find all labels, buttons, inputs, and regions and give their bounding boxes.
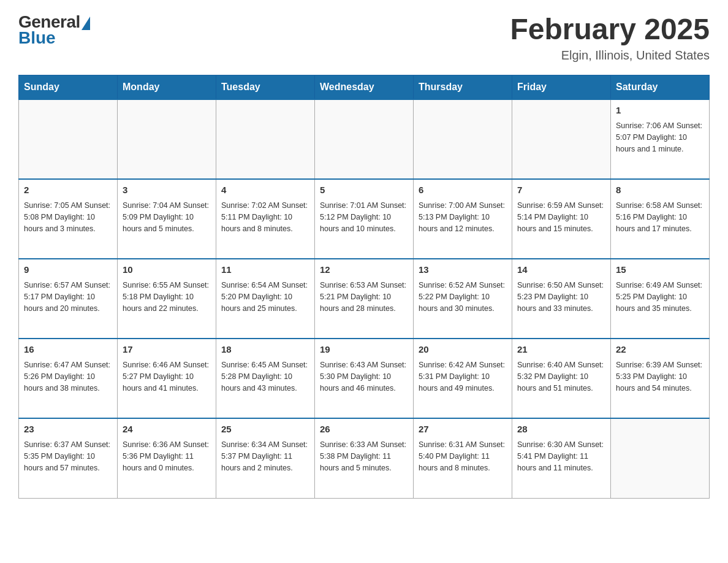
calendar-cell: 6Sunrise: 7:00 AM Sunset: 5:13 PM Daylig… (414, 179, 512, 259)
calendar-cell: 7Sunrise: 6:59 AM Sunset: 5:14 PM Daylig… (512, 179, 611, 259)
calendar-cell: 13Sunrise: 6:52 AM Sunset: 5:22 PM Dayli… (414, 259, 512, 339)
day-number: 14 (517, 263, 605, 277)
calendar-cell: 15Sunrise: 6:49 AM Sunset: 5:25 PM Dayli… (611, 259, 710, 339)
day-number: 10 (123, 263, 211, 277)
day-number: 13 (419, 263, 507, 277)
day-info: Sunrise: 6:34 AM Sunset: 5:37 PM Dayligh… (221, 439, 309, 475)
calendar-cell: 10Sunrise: 6:55 AM Sunset: 5:18 PM Dayli… (118, 259, 216, 339)
day-info: Sunrise: 6:45 AM Sunset: 5:28 PM Dayligh… (221, 359, 309, 395)
calendar-table: SundayMondayTuesdayWednesdayThursdayFrid… (18, 75, 710, 499)
day-header-tuesday: Tuesday (216, 75, 315, 100)
month-title: February 2025 (510, 12, 710, 46)
calendar-cell (118, 99, 216, 179)
day-info: Sunrise: 6:40 AM Sunset: 5:32 PM Dayligh… (517, 359, 605, 395)
calendar-cell: 16Sunrise: 6:47 AM Sunset: 5:26 PM Dayli… (19, 339, 118, 418)
day-number: 9 (24, 263, 112, 277)
day-header-monday: Monday (118, 75, 216, 100)
day-info: Sunrise: 6:50 AM Sunset: 5:23 PM Dayligh… (517, 280, 605, 315)
day-number: 1 (616, 104, 704, 118)
day-number: 21 (517, 343, 605, 357)
day-number: 20 (419, 343, 507, 357)
calendar-cell: 14Sunrise: 6:50 AM Sunset: 5:23 PM Dayli… (512, 259, 611, 339)
day-info: Sunrise: 7:04 AM Sunset: 5:09 PM Dayligh… (123, 200, 211, 236)
calendar-cell: 12Sunrise: 6:53 AM Sunset: 5:21 PM Dayli… (315, 259, 414, 339)
calendar-cell: 4Sunrise: 7:02 AM Sunset: 5:11 PM Daylig… (216, 179, 315, 259)
calendar-cell: 24Sunrise: 6:36 AM Sunset: 5:36 PM Dayli… (118, 418, 216, 498)
calendar-cell: 20Sunrise: 6:42 AM Sunset: 5:31 PM Dayli… (414, 339, 512, 418)
week-row-3: 9Sunrise: 6:57 AM Sunset: 5:17 PM Daylig… (19, 259, 710, 339)
day-header-friday: Friday (512, 75, 611, 100)
day-info: Sunrise: 6:55 AM Sunset: 5:18 PM Dayligh… (123, 280, 211, 315)
day-info: Sunrise: 7:01 AM Sunset: 5:12 PM Dayligh… (320, 200, 408, 236)
day-number: 7 (517, 183, 605, 197)
day-info: Sunrise: 6:59 AM Sunset: 5:14 PM Dayligh… (517, 200, 605, 236)
day-header-sunday: Sunday (19, 75, 118, 100)
calendar-cell (315, 99, 414, 179)
day-number: 6 (419, 183, 507, 197)
day-number: 12 (320, 263, 408, 277)
day-info: Sunrise: 6:43 AM Sunset: 5:30 PM Dayligh… (320, 359, 408, 395)
day-info: Sunrise: 6:49 AM Sunset: 5:25 PM Dayligh… (616, 280, 704, 315)
week-row-4: 16Sunrise: 6:47 AM Sunset: 5:26 PM Dayli… (19, 339, 710, 418)
calendar-cell (414, 99, 512, 179)
calendar-cell (611, 418, 710, 498)
calendar-cell: 28Sunrise: 6:30 AM Sunset: 5:41 PM Dayli… (512, 418, 611, 498)
calendar-cell: 9Sunrise: 6:57 AM Sunset: 5:17 PM Daylig… (19, 259, 118, 339)
logo-triangle-icon (82, 17, 90, 30)
day-number: 8 (616, 183, 704, 197)
calendar-cell: 3Sunrise: 7:04 AM Sunset: 5:09 PM Daylig… (118, 179, 216, 259)
logo-blue-text: Blue (18, 28, 56, 48)
day-number: 5 (320, 183, 408, 197)
calendar-header-row: SundayMondayTuesdayWednesdayThursdayFrid… (19, 75, 710, 100)
day-number: 19 (320, 343, 408, 357)
day-header-thursday: Thursday (414, 75, 512, 100)
day-info: Sunrise: 6:37 AM Sunset: 5:35 PM Dayligh… (24, 439, 112, 475)
calendar-cell (19, 99, 118, 179)
calendar-cell: 22Sunrise: 6:39 AM Sunset: 5:33 PM Dayli… (611, 339, 710, 418)
day-number: 24 (123, 423, 211, 437)
day-info: Sunrise: 6:46 AM Sunset: 5:27 PM Dayligh… (123, 359, 211, 395)
day-number: 28 (517, 423, 605, 437)
day-number: 2 (24, 183, 112, 197)
day-number: 22 (616, 343, 704, 357)
day-number: 16 (24, 343, 112, 357)
header: General Blue February 2025 Elgin, Illino… (18, 12, 710, 63)
calendar-cell (512, 99, 611, 179)
calendar-cell: 18Sunrise: 6:45 AM Sunset: 5:28 PM Dayli… (216, 339, 315, 418)
day-number: 15 (616, 263, 704, 277)
calendar-cell: 17Sunrise: 6:46 AM Sunset: 5:27 PM Dayli… (118, 339, 216, 418)
calendar-cell: 19Sunrise: 6:43 AM Sunset: 5:30 PM Dayli… (315, 339, 414, 418)
title-area: February 2025 Elgin, Illinois, United St… (510, 12, 710, 63)
logo: General Blue (18, 12, 90, 48)
day-info: Sunrise: 7:02 AM Sunset: 5:11 PM Dayligh… (221, 200, 309, 236)
day-number: 11 (221, 263, 309, 277)
week-row-2: 2Sunrise: 7:05 AM Sunset: 5:08 PM Daylig… (19, 179, 710, 259)
day-number: 4 (221, 183, 309, 197)
day-info: Sunrise: 7:06 AM Sunset: 5:07 PM Dayligh… (616, 120, 704, 156)
day-header-saturday: Saturday (611, 75, 710, 100)
day-info: Sunrise: 6:39 AM Sunset: 5:33 PM Dayligh… (616, 359, 704, 395)
day-info: Sunrise: 6:57 AM Sunset: 5:17 PM Dayligh… (24, 280, 112, 315)
calendar-cell: 11Sunrise: 6:54 AM Sunset: 5:20 PM Dayli… (216, 259, 315, 339)
calendar-cell: 23Sunrise: 6:37 AM Sunset: 5:35 PM Dayli… (19, 418, 118, 498)
calendar-cell: 2Sunrise: 7:05 AM Sunset: 5:08 PM Daylig… (19, 179, 118, 259)
day-info: Sunrise: 6:53 AM Sunset: 5:21 PM Dayligh… (320, 280, 408, 315)
calendar-cell: 21Sunrise: 6:40 AM Sunset: 5:32 PM Dayli… (512, 339, 611, 418)
day-number: 18 (221, 343, 309, 357)
day-info: Sunrise: 6:54 AM Sunset: 5:20 PM Dayligh… (221, 280, 309, 315)
day-info: Sunrise: 6:36 AM Sunset: 5:36 PM Dayligh… (123, 439, 211, 475)
day-info: Sunrise: 6:47 AM Sunset: 5:26 PM Dayligh… (24, 359, 112, 395)
day-number: 27 (419, 423, 507, 437)
day-number: 26 (320, 423, 408, 437)
calendar-cell: 26Sunrise: 6:33 AM Sunset: 5:38 PM Dayli… (315, 418, 414, 498)
day-number: 17 (123, 343, 211, 357)
day-number: 23 (24, 423, 112, 437)
day-info: Sunrise: 6:33 AM Sunset: 5:38 PM Dayligh… (320, 439, 408, 475)
calendar-cell: 8Sunrise: 6:58 AM Sunset: 5:16 PM Daylig… (611, 179, 710, 259)
calendar-cell (216, 99, 315, 179)
calendar-cell: 1Sunrise: 7:06 AM Sunset: 5:07 PM Daylig… (611, 99, 710, 179)
week-row-1: 1Sunrise: 7:06 AM Sunset: 5:07 PM Daylig… (19, 99, 710, 179)
day-info: Sunrise: 6:42 AM Sunset: 5:31 PM Dayligh… (419, 359, 507, 395)
calendar-cell: 5Sunrise: 7:01 AM Sunset: 5:12 PM Daylig… (315, 179, 414, 259)
day-info: Sunrise: 6:58 AM Sunset: 5:16 PM Dayligh… (616, 200, 704, 236)
